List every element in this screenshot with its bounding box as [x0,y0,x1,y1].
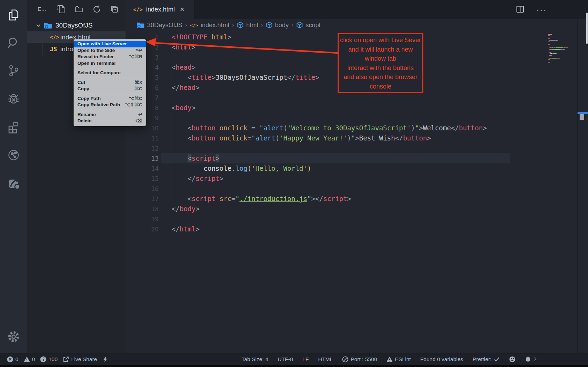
status-item-found-0-variables[interactable]: Found 0 variables [420,356,463,362]
menu-item-shortcut: ⌥⌘R [129,54,142,60]
tree-root-folder[interactable]: 30DaysOfJS [27,20,126,31]
scrollbar-thumb[interactable] [580,114,584,120]
status-item-tab-size-4[interactable]: Tab Size: 4 [241,356,268,362]
menu-item-cut[interactable]: Cut⌘X [74,79,146,86]
editor-line-12[interactable]: 12 [126,143,588,153]
status-text: Live Share [71,356,97,362]
status-item-prettier-[interactable]: Prettier: [473,356,500,362]
explorer-actions [56,5,119,15]
live-share-icon[interactable] [0,143,27,167]
code-text: <title>30DaysOfJavaScript</title> [172,72,319,83]
editor-line-20[interactable]: 20</html> [126,224,588,234]
search-icon[interactable] [0,31,27,55]
editor-line-8[interactable]: 8<body> [126,103,588,113]
menu-item-copy[interactable]: Copy⌘C [74,86,146,92]
explorer-title: E... [38,6,46,12]
menu-item-shortcut: ⌫ [136,118,142,124]
breadcrumb-item-index.html[interactable]: </>index.html [190,22,229,29]
code-text: <button onclick="alert('Happy New Year!'… [172,133,431,143]
publish-icon[interactable] [0,171,27,195]
menu-item-open-with-live-server[interactable]: Open with Live Server [74,41,146,47]
annotation-text: window tab [339,54,422,63]
menu-item-shortcut: ⌥⌘C [129,95,142,102]
menu-item-copy-relative-path[interactable]: Copy Relative Path⌥⇧⌘C [74,102,146,108]
breadcrumb-item-30DaysOfJS[interactable]: 30DaysOfJS [136,21,182,29]
breadcrumb-item-script[interactable]: script [296,22,321,29]
collapse-all-icon[interactable] [110,5,119,15]
context-menu: Open with Live ServerOpen to the Side^↩R… [74,39,146,126]
status-item-0[interactable]: 0 [24,356,35,362]
menu-item-rename[interactable]: Rename↩ [74,112,146,118]
status-item-smiley[interactable] [509,356,515,362]
menu-separator [74,94,146,94]
status-item-100[interactable]: 100 [40,356,58,362]
split-editor-icon[interactable] [516,5,525,15]
status-item-bolt[interactable] [102,356,108,362]
annotation-box: click on open with Live Severand it will… [338,33,423,93]
annotation-text: click on open with Live Sever [339,36,422,45]
status-item-2[interactable]: 2 [525,356,536,362]
editor-line-18[interactable]: 18</body> [126,204,588,214]
editor-line-14[interactable]: 14 console.log('Hello, World') [126,163,588,174]
editor-line-16[interactable]: 16 [126,184,588,194]
status-text: Tab Size: 4 [241,356,268,362]
code-text: <head> [172,62,196,72]
breadcrumb-separator: › [261,22,263,29]
warning-icon [24,356,30,362]
status-item-utf-8[interactable]: UTF-8 [278,356,293,362]
editor-line-9[interactable]: 9 [126,113,588,123]
settings-gear-icon[interactable] [0,328,27,346]
refresh-icon[interactable] [92,5,101,15]
editor-line-11[interactable]: 11 <button onclick="alert('Happy New Yea… [126,133,588,143]
code-text: <button onclick = "alert('Welcome to 30D… [172,123,487,133]
new-file-icon[interactable] [56,5,66,15]
explorer-icon[interactable] [0,3,27,27]
status-item-eslint[interactable]: ESLint [386,356,411,362]
code-text: </script> [172,174,224,184]
export-icon [63,356,69,362]
menu-item-reveal-in-finder[interactable]: Reveal in Finder⌥⌘R [74,54,146,60]
window-scrollbar[interactable] [586,13,588,44]
menu-item-delete[interactable]: Delete⌫ [74,118,146,124]
editor-line-17[interactable]: 17 <script src="./introduction.js"></scr… [126,194,588,204]
menu-separator [74,110,146,110]
code-text: <script> [172,153,219,163]
status-item-0[interactable]: 0 [7,356,18,362]
error-icon [7,356,13,362]
chevron-down-icon [35,22,42,29]
editor-line-15[interactable]: 15 </script> [126,174,588,184]
debug-icon[interactable] [0,87,27,111]
editor-line-7[interactable]: 7 [126,93,588,103]
status-text: LF [302,356,309,362]
status-item-lf[interactable]: LF [302,356,309,362]
breadcrumb-item-html[interactable]: html [237,22,258,29]
annotation-text: interact with the buttons [339,63,422,73]
tab-index-html[interactable]: </> index.html ✕ [126,0,194,19]
breadcrumb-label: 30DaysOfJS [147,22,182,29]
breadcrumb-item-body[interactable]: body [266,22,289,29]
folder-icon [136,21,145,29]
close-icon[interactable]: ✕ [180,6,184,13]
editor-line-19[interactable]: 19 [126,214,588,224]
port-icon [342,356,348,362]
status-item-port-5500[interactable]: Port : 5500 [342,356,377,362]
extensions-icon[interactable] [0,115,27,139]
new-folder-icon[interactable] [74,5,84,15]
line-number: 20 [126,224,159,234]
minimap[interactable] [548,34,578,76]
status-item-live-share[interactable]: Live Share [63,356,97,362]
status-text: HTML [318,356,333,362]
source-control-icon[interactable] [0,59,27,83]
menu-item-shortcut: ↩ [138,112,142,118]
menu-item-label: Copy [77,86,89,92]
editor-line-13[interactable]: 13 <script> [126,153,588,163]
menu-item-select-for-compare[interactable]: Select for Compare [74,70,146,76]
menu-item-open-in-terminal[interactable]: Open in Terminal [74,60,146,67]
menu-separator [74,78,146,78]
editor-line-10[interactable]: 10 <button onclick = "alert('Welcome to … [126,123,588,133]
more-actions-icon[interactable]: ··· [536,7,547,14]
menu-item-copy-path[interactable]: Copy Path⌥⌘C [74,95,146,102]
status-item-html[interactable]: HTML [318,356,333,362]
menu-item-open-to-the-side[interactable]: Open to the Side^↩ [74,47,146,54]
window-bottom-edge [0,365,588,367]
